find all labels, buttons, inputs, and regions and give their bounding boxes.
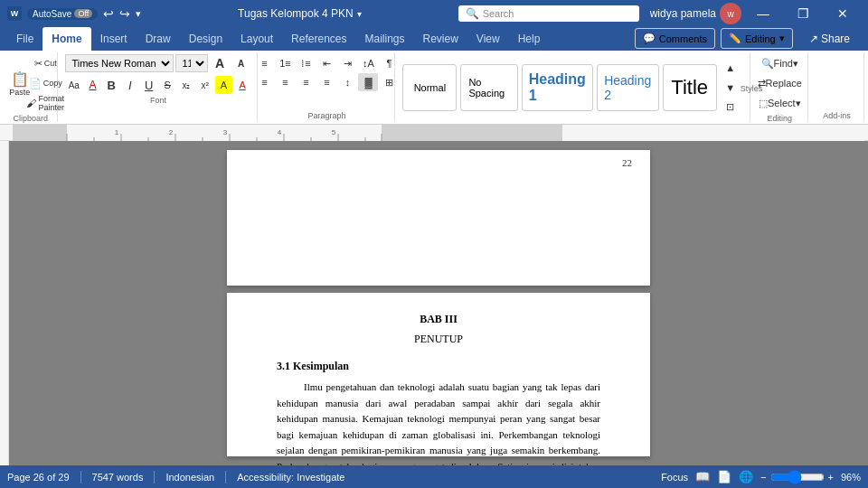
styles-scroll-up[interactable]: ▲ <box>721 59 741 77</box>
titlebar-center: Tugas Kelompok 4 PKN ▾ <box>238 7 362 20</box>
clear-format-button[interactable]: A <box>84 76 101 94</box>
line-spacing-button[interactable]: ↕ <box>337 73 357 91</box>
style-title-button[interactable]: Title <box>663 64 717 111</box>
titlebar: W AutoSave Off ↩ ↪ ▾ Tugas Kelompok 4 PK… <box>0 0 868 27</box>
minimize-button[interactable]: — <box>745 0 781 27</box>
statusbar-divider-1 <box>80 471 81 483</box>
font-shrink-button[interactable]: A <box>231 54 251 72</box>
tab-view[interactable]: View <box>467 27 509 51</box>
borders-button[interactable]: ⊞ <box>379 73 399 91</box>
tab-references[interactable]: References <box>282 27 355 51</box>
svg-text:5: 5 <box>332 128 336 136</box>
view-web-icon[interactable]: 🌐 <box>739 470 753 483</box>
zoom-in-icon[interactable]: + <box>828 472 834 483</box>
format-painter-button[interactable]: 🖌 Format Painter <box>35 94 55 112</box>
tab-design[interactable]: Design <box>180 27 231 51</box>
sort-button[interactable]: ↕A <box>358 54 378 72</box>
find-button[interactable]: 🔍 Find ▾ <box>758 54 802 72</box>
ruler-area: 1 2 3 4 5 <box>13 125 864 141</box>
word-app-icon: W <box>7 6 22 21</box>
styles-scroll-down[interactable]: ▼ <box>721 79 741 97</box>
numbering-button[interactable]: 1≡ <box>275 54 295 72</box>
copy-button[interactable]: 📄 Copy <box>35 74 55 92</box>
superscript-button[interactable]: x² <box>196 76 213 94</box>
multilevel-button[interactable]: ⁞≡ <box>296 54 316 72</box>
paragraph-content: ≡ 1≡ ⁞≡ ⇤ ⇥ ↕A ¶ ≡ ≡ ≡ ≡ ↕ ▓ ⊞ <box>254 54 399 109</box>
style-heading2-button[interactable]: Heading 2 <box>597 64 659 111</box>
tab-mailings[interactable]: Mailings <box>355 27 413 51</box>
tab-insert[interactable]: Insert <box>91 27 137 51</box>
pages-container: 22 BAB III PENUTUP 3.1 Kesimpulan Ilmu p… <box>9 141 868 465</box>
style-normal-button[interactable]: Normal <box>402 64 457 111</box>
quick-access-more[interactable]: ▾ <box>136 8 141 20</box>
search-box[interactable]: 🔍 Search <box>458 5 639 22</box>
user-avatar[interactable]: w <box>720 3 741 24</box>
select-button[interactable]: ⬚ Select ▾ <box>755 94 805 112</box>
increase-indent-button[interactable]: ⇥ <box>337 54 357 72</box>
font-size-select[interactable]: 11 <box>175 54 208 72</box>
align-right-button[interactable]: ≡ <box>296 73 316 91</box>
tab-layout[interactable]: Layout <box>231 27 282 51</box>
underline-button[interactable]: U <box>140 76 157 94</box>
tab-file[interactable]: File <box>7 27 42 51</box>
shading-button[interactable]: ▓ <box>358 73 378 91</box>
replace-button[interactable]: ⇄ Replace <box>754 74 806 92</box>
clipboard-group: 📋 Paste ✂ Cut 📄 Copy 🖌 Format Painter Cl… <box>4 52 58 122</box>
zoom-slider[interactable]: − + <box>760 470 834 484</box>
autosave-toggle[interactable]: Off <box>74 9 92 18</box>
search-placeholder: Search <box>483 8 514 19</box>
align-center-button[interactable]: ≡ <box>275 73 295 91</box>
font-color-button[interactable]: A <box>234 76 251 94</box>
zoom-percent[interactable]: 96% <box>841 472 861 483</box>
style-no-spacing-button[interactable]: No Spacing <box>460 64 517 111</box>
style-heading1-button[interactable]: Heading 1 <box>522 64 593 111</box>
strikethrough-button[interactable]: S <box>159 76 176 94</box>
italic-button[interactable]: I <box>122 76 139 94</box>
bullets-button[interactable]: ≡ <box>254 54 274 72</box>
editing-label: Editing <box>745 33 776 44</box>
view-print-icon[interactable]: 📄 <box>717 470 731 483</box>
title-dropdown-icon[interactable]: ▾ <box>357 9 362 19</box>
zoom-out-icon[interactable]: − <box>760 472 766 483</box>
font-grow-button[interactable]: A <box>210 54 230 72</box>
tab-review[interactable]: Review <box>414 27 467 51</box>
editing-label: Editing <box>768 114 793 123</box>
styles-expand[interactable]: ⊡ <box>721 99 741 117</box>
show-marks-button[interactable]: ¶ <box>379 54 399 72</box>
decrease-indent-button[interactable]: ⇤ <box>316 54 336 72</box>
select-icon: ⬚ <box>759 98 768 109</box>
align-left-button[interactable]: ≡ <box>254 73 274 91</box>
subscript-button[interactable]: x₂ <box>178 76 195 94</box>
accessibility-status[interactable]: Accessibility: Investigate <box>237 472 344 483</box>
highlight-button[interactable]: A <box>215 76 232 94</box>
close-button[interactable]: ✕ <box>825 0 861 27</box>
justify-button[interactable]: ≡ <box>316 73 336 91</box>
focus-button[interactable]: Focus <box>661 472 688 483</box>
tab-draw[interactable]: Draw <box>137 27 180 51</box>
case-button[interactable]: Aa <box>65 76 82 94</box>
language-indicator[interactable]: Indonesian <box>165 472 214 483</box>
autosave-indicator[interactable]: AutoSave Off <box>27 8 98 20</box>
cut-button[interactable]: ✂ Cut <box>35 54 55 72</box>
comments-label: Comments <box>659 33 707 44</box>
bab-subtitle: PENUTUP <box>277 331 600 347</box>
svg-text:1: 1 <box>115 128 119 136</box>
view-read-icon[interactable]: 📖 <box>695 470 710 483</box>
restore-button[interactable]: ❐ <box>785 0 821 27</box>
comments-button[interactable]: 💬 Comments <box>635 28 715 49</box>
font-name-select[interactable]: Times New Roman <box>65 54 174 72</box>
font-group: Times New Roman 11 A A Aa A B I U S x₂ <box>60 52 257 122</box>
tab-home[interactable]: Home <box>42 27 90 51</box>
bold-button[interactable]: B <box>103 76 120 94</box>
redo-button[interactable]: ↪ <box>119 6 130 21</box>
comments-icon: 💬 <box>643 33 656 44</box>
undo-button[interactable]: ↩ <box>103 6 114 21</box>
paragraph-label: Paragraph <box>307 111 345 120</box>
editing-button[interactable]: ✏️ Editing ▾ <box>721 28 793 49</box>
tab-help[interactable]: Help <box>509 27 550 51</box>
find-icon: 🔍 <box>761 58 774 70</box>
search-icon: 🔍 <box>466 7 479 20</box>
zoom-range[interactable] <box>770 470 825 484</box>
share-button[interactable]: ↗ Share <box>798 29 861 49</box>
page-main[interactable]: BAB III PENUTUP 3.1 Kesimpulan Ilmu peng… <box>227 293 650 456</box>
